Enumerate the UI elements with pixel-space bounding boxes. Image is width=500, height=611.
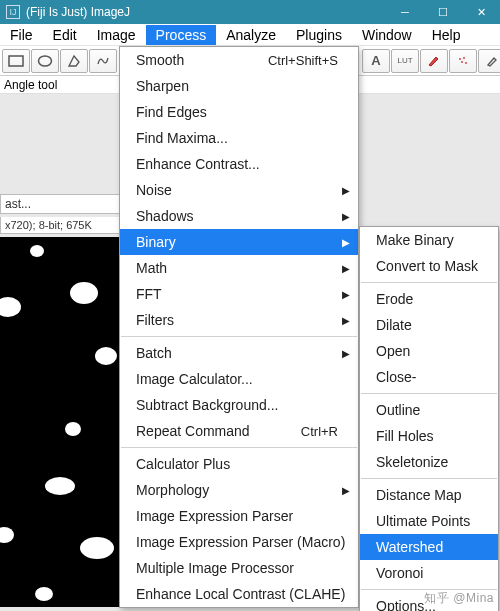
tool-eyedropper[interactable] — [478, 49, 500, 73]
app-icon: IJ — [6, 5, 20, 19]
menu-help[interactable]: Help — [422, 25, 471, 45]
menubar: FileEditImageProcessAnalyzePluginsWindow… — [0, 24, 500, 46]
svg-point-5 — [461, 61, 463, 63]
menu-item-label: Noise — [136, 182, 172, 198]
image-window-title: ast... — [0, 194, 120, 214]
process-item-filters[interactable]: Filters▶ — [120, 307, 358, 333]
submenu-arrow-icon: ▶ — [342, 348, 350, 359]
menu-item-label: Watershed — [376, 539, 443, 555]
menu-edit[interactable]: Edit — [43, 25, 87, 45]
binary-item-ultimate-points[interactable]: Ultimate Points — [360, 508, 498, 534]
menu-item-label: Image Expression Parser (Macro) — [136, 534, 345, 550]
menu-item-label: Outline — [376, 402, 420, 418]
tool-spray[interactable] — [449, 49, 477, 73]
tool-lut[interactable]: LUT — [391, 49, 419, 73]
menu-image[interactable]: Image — [87, 25, 146, 45]
menu-item-label: Smooth — [136, 52, 184, 68]
menu-item-label: Calculator Plus — [136, 456, 230, 472]
binary-item-close[interactable]: Close- — [360, 364, 498, 390]
menu-item-label: Image Expression Parser — [136, 508, 293, 524]
process-item-find-maxima[interactable]: Find Maxima... — [120, 125, 358, 151]
menu-process[interactable]: Process — [146, 25, 217, 45]
binary-item-convert-to-mask[interactable]: Convert to Mask — [360, 253, 498, 279]
binary-item-watershed[interactable]: Watershed — [360, 534, 498, 560]
binary-item-erode[interactable]: Erode — [360, 286, 498, 312]
image-window-status: x720); 8-bit; 675K — [0, 217, 120, 234]
binary-item-outline[interactable]: Outline — [360, 397, 498, 423]
menu-window[interactable]: Window — [352, 25, 422, 45]
menu-item-label: Binary — [136, 234, 176, 250]
submenu-arrow-icon: ▶ — [342, 485, 350, 496]
menu-item-label: Fill Holes — [376, 428, 434, 444]
submenu-arrow-icon: ▶ — [342, 289, 350, 300]
process-item-image-expression-parser[interactable]: Image Expression Parser — [120, 503, 358, 529]
maximize-button[interactable]: ☐ — [424, 0, 462, 24]
svg-marker-2 — [69, 56, 79, 66]
tool-freehand[interactable] — [89, 49, 117, 73]
menu-item-label: Enhance Local Contrast (CLAHE) — [136, 586, 345, 602]
process-item-fft[interactable]: FFT▶ — [120, 281, 358, 307]
binary-item-voronoi[interactable]: Voronoi — [360, 560, 498, 586]
submenu-arrow-icon: ▶ — [342, 315, 350, 326]
binary-item-dilate[interactable]: Dilate — [360, 312, 498, 338]
process-item-find-edges[interactable]: Find Edges — [120, 99, 358, 125]
menu-item-label: Close- — [376, 369, 416, 385]
menu-item-label: Distance Map — [376, 487, 462, 503]
tool-polygon[interactable] — [60, 49, 88, 73]
process-item-batch[interactable]: Batch▶ — [120, 340, 358, 366]
menu-item-label: Erode — [376, 291, 413, 307]
process-item-image-calculator[interactable]: Image Calculator... — [120, 366, 358, 392]
process-item-noise[interactable]: Noise▶ — [120, 177, 358, 203]
menu-item-label: Make Binary — [376, 232, 454, 248]
menu-item-label: Voronoi — [376, 565, 423, 581]
menu-item-label: Find Edges — [136, 104, 207, 120]
menu-item-label: Dilate — [376, 317, 412, 333]
process-item-morphology[interactable]: Morphology▶ — [120, 477, 358, 503]
binary-item-fill-holes[interactable]: Fill Holes — [360, 423, 498, 449]
menu-item-label: Math — [136, 260, 167, 276]
binary-item-skeletonize[interactable]: Skeletonize — [360, 449, 498, 475]
process-item-multiple-image-processor[interactable]: Multiple Image Processor — [120, 555, 358, 581]
process-item-subtract-background[interactable]: Subtract Background... — [120, 392, 358, 418]
process-item-calculator-plus[interactable]: Calculator Plus — [120, 451, 358, 477]
submenu-arrow-icon: ▶ — [342, 185, 350, 196]
process-item-binary[interactable]: Binary▶ — [120, 229, 358, 255]
minimize-button[interactable]: ─ — [386, 0, 424, 24]
menu-item-label: Convert to Mask — [376, 258, 478, 274]
process-menu: SmoothCtrl+Shift+SSharpenFind EdgesFind … — [119, 46, 359, 608]
menu-item-label: Morphology — [136, 482, 209, 498]
close-button[interactable]: ✕ — [462, 0, 500, 24]
svg-point-3 — [459, 58, 461, 60]
process-item-smooth[interactable]: SmoothCtrl+Shift+S — [120, 47, 358, 73]
menu-item-label: Subtract Background... — [136, 397, 278, 413]
binary-item-open[interactable]: Open — [360, 338, 498, 364]
tool-rectangle[interactable] — [2, 49, 30, 73]
watermark: 知乎 @Mina — [424, 590, 494, 607]
binary-item-distance-map[interactable]: Distance Map — [360, 482, 498, 508]
menu-file[interactable]: File — [0, 25, 43, 45]
menu-item-label: Filters — [136, 312, 174, 328]
process-item-math[interactable]: Math▶ — [120, 255, 358, 281]
menu-analyze[interactable]: Analyze — [216, 25, 286, 45]
tool-text[interactable]: A — [362, 49, 390, 73]
process-item-shadows[interactable]: Shadows▶ — [120, 203, 358, 229]
tool-brush[interactable] — [420, 49, 448, 73]
window-titlebar: IJ (Fiji Is Just) ImageJ ─ ☐ ✕ — [0, 0, 500, 24]
submenu-arrow-icon: ▶ — [342, 263, 350, 274]
menu-item-label: Shadows — [136, 208, 194, 224]
process-item-repeat-command[interactable]: Repeat CommandCtrl+R — [120, 418, 358, 444]
tool-oval[interactable] — [31, 49, 59, 73]
process-item-enhance-contrast[interactable]: Enhance Contrast... — [120, 151, 358, 177]
menu-plugins[interactable]: Plugins — [286, 25, 352, 45]
binary-item-make-binary[interactable]: Make Binary — [360, 227, 498, 253]
menu-item-label: Batch — [136, 345, 172, 361]
menu-item-label: Repeat Command — [136, 423, 250, 439]
menu-item-label: Skeletonize — [376, 454, 448, 470]
menu-item-label: Ultimate Points — [376, 513, 470, 529]
process-item-image-expression-parser-macro[interactable]: Image Expression Parser (Macro) — [120, 529, 358, 555]
process-item-sharpen[interactable]: Sharpen — [120, 73, 358, 99]
submenu-arrow-icon: ▶ — [342, 237, 350, 248]
process-item-enhance-local-contrast-clahe[interactable]: Enhance Local Contrast (CLAHE) — [120, 581, 358, 607]
image-canvas[interactable] — [0, 237, 120, 607]
menu-shortcut: Ctrl+Shift+S — [268, 53, 338, 68]
